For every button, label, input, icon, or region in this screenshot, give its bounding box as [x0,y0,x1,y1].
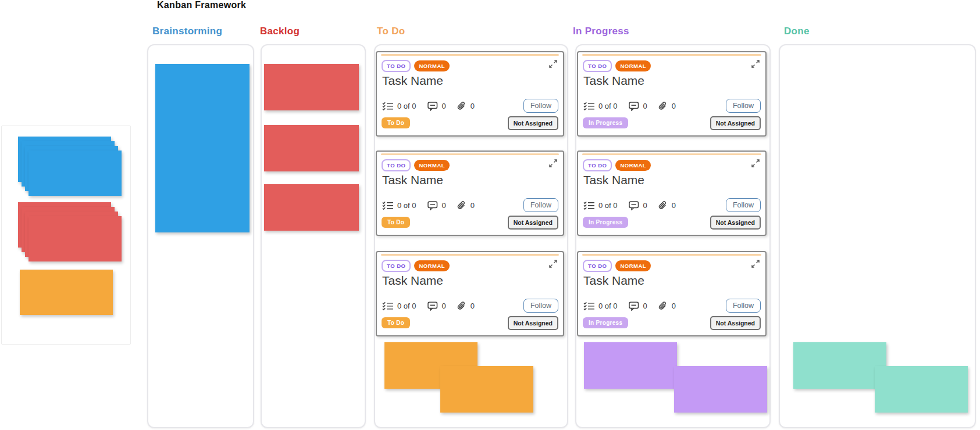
attachment-icon [457,101,467,111]
sticky-note-palette [1,126,131,345]
priority-badge[interactable]: NORMAL [615,160,651,171]
priority-badge[interactable]: NORMAL [615,260,651,271]
expand-icon[interactable] [751,59,760,69]
column-in-progress[interactable]: TO DO NORMAL Task Name 0 of 0 0 0 Follow… [575,44,771,428]
column-header-in-progress[interactable]: In Progress [573,26,629,37]
task-card[interactable]: TO DO NORMAL Task Name 0 of 0 0 0 Follow… [376,51,564,137]
checklist-icon [382,201,394,210]
task-title: Task Name [583,173,644,187]
card-accent-line [582,254,761,256]
status-tag: To Do [382,317,410,328]
assignee-button[interactable]: Not Assigned [710,316,761,330]
comments-indicator[interactable]: 0 [629,102,647,111]
card-accent-line [582,153,761,155]
task-title: Task Name [382,173,443,187]
checklist-indicator[interactable]: 0 of 0 [583,201,618,210]
status-badge[interactable]: TO DO [382,159,411,171]
comments-indicator[interactable]: 0 [629,302,647,311]
done-teal-sticky-note[interactable] [793,342,886,389]
expand-icon[interactable] [751,259,760,268]
comment-icon [427,302,439,311]
column-header-todo[interactable]: To Do [377,26,405,37]
priority-badge[interactable]: NORMAL [615,60,651,71]
status-badge[interactable]: TO DO [583,260,612,272]
expand-icon[interactable] [548,59,558,69]
orange-sticky-note[interactable] [20,270,113,315]
card-accent-line [381,254,559,256]
comments-indicator[interactable]: 0 [629,201,647,210]
attachments-indicator[interactable]: 0 [457,200,475,210]
attachment-count: 0 [672,102,676,110]
task-card[interactable]: TO DO NORMAL Task Name 0 of 0 0 0 Follow… [577,51,767,137]
assignee-button[interactable]: Not Assigned [710,216,761,230]
task-card[interactable]: TO DO NORMAL Task Name 0 of 0 0 0 Follow… [577,251,767,336]
inprogress-purple-sticky-note[interactable] [584,342,677,389]
comment-count: 0 [442,102,446,110]
attachments-indicator[interactable]: 0 [457,301,475,311]
card-accent-line [381,153,559,155]
priority-badge[interactable]: NORMAL [414,160,450,171]
column-backlog[interactable] [261,44,366,428]
status-tag: In Progress [583,117,628,128]
follow-button[interactable]: Follow [726,299,761,313]
column-brainstorming[interactable] [147,44,254,428]
assignee-button[interactable]: Not Assigned [508,116,558,130]
comments-indicator[interactable]: 0 [427,201,446,210]
column-header-done[interactable]: Done [784,26,810,37]
backlog-red-note[interactable] [264,125,359,171]
expand-icon[interactable] [751,159,760,168]
follow-button[interactable]: Follow [726,198,761,212]
red-sticky-note[interactable] [28,216,122,261]
status-badge[interactable]: TO DO [382,260,411,272]
follow-button[interactable]: Follow [523,198,558,212]
attachment-icon [658,101,668,111]
column-header-backlog[interactable]: Backlog [260,26,300,37]
attachment-icon [658,200,668,210]
task-card[interactable]: TO DO NORMAL Task Name 0 of 0 0 0 Follow… [376,251,564,336]
assignee-button[interactable]: Not Assigned [508,316,558,330]
checklist-indicator[interactable]: 0 of 0 [382,201,416,210]
checklist-count: 0 of 0 [397,201,416,210]
card-accent-line [582,54,761,56]
follow-button[interactable]: Follow [523,99,558,113]
attachment-count: 0 [672,201,676,210]
follow-button[interactable]: Follow [726,99,761,113]
assignee-button[interactable]: Not Assigned [710,116,761,130]
follow-button[interactable]: Follow [523,299,558,313]
backlog-red-note[interactable] [264,64,359,110]
inprogress-purple-sticky-note[interactable] [674,366,767,413]
status-badge[interactable]: TO DO [583,60,612,72]
done-teal-sticky-note[interactable] [875,366,968,413]
comments-indicator[interactable]: 0 [427,102,446,111]
attachments-indicator[interactable]: 0 [658,301,676,311]
task-title: Task Name [583,274,644,288]
assignee-button[interactable]: Not Assigned [508,216,558,230]
todo-orange-sticky-note[interactable] [440,366,533,413]
attachments-indicator[interactable]: 0 [658,200,676,210]
priority-badge[interactable]: NORMAL [414,260,450,271]
checklist-indicator[interactable]: 0 of 0 [382,102,416,110]
attachments-indicator[interactable]: 0 [658,101,676,111]
attachment-count: 0 [471,201,475,210]
status-badge[interactable]: TO DO [382,60,411,72]
checklist-indicator[interactable]: 0 of 0 [382,302,416,310]
column-todo[interactable]: TO DO NORMAL Task Name 0 of 0 0 0 Follow… [374,44,568,428]
backlog-red-note[interactable] [264,184,359,231]
checklist-indicator[interactable]: 0 of 0 [583,302,618,310]
column-done[interactable] [779,44,976,428]
status-badge[interactable]: TO DO [583,159,612,171]
column-header-brainstorming[interactable]: Brainstorming [152,26,222,37]
blue-sticky-note[interactable] [28,150,122,196]
comments-indicator[interactable]: 0 [427,302,446,311]
comment-icon [427,201,439,210]
attachments-indicator[interactable]: 0 [457,101,475,111]
checklist-indicator[interactable]: 0 of 0 [583,102,618,110]
expand-icon[interactable] [548,259,558,268]
task-card[interactable]: TO DO NORMAL Task Name 0 of 0 0 0 Follow… [376,150,564,236]
attachment-icon [658,301,668,311]
task-card[interactable]: TO DO NORMAL Task Name 0 of 0 0 0 Follow… [577,150,767,236]
priority-badge[interactable]: NORMAL [414,60,450,71]
attachment-count: 0 [471,302,475,310]
expand-icon[interactable] [548,159,558,168]
brainstorming-blue-note[interactable] [155,64,250,232]
